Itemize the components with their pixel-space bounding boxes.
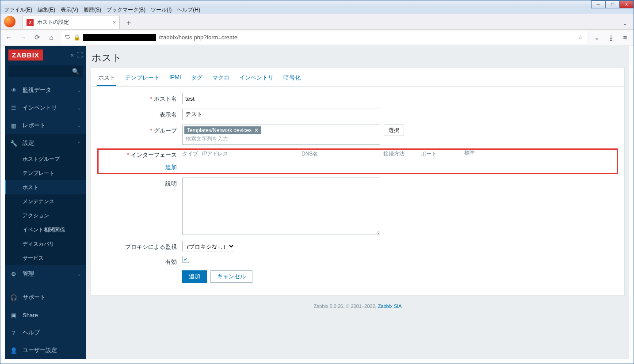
label-enabled: 有効 (98, 256, 182, 266)
subnav-maintenance[interactable]: メンテナンス (5, 194, 86, 209)
lock-crossed-icon: 🔒 (73, 34, 80, 41)
subnav-templates[interactable]: テンプレート (5, 166, 86, 180)
subnav-discovery[interactable]: ディスカバリ (5, 237, 86, 251)
nav-help-label: ヘルプ (23, 329, 40, 337)
cancel-button[interactable]: キャンセル (210, 270, 252, 283)
tab-encryption[interactable]: 暗号化 (283, 71, 302, 86)
menu-tools[interactable]: ツール(I) (151, 6, 172, 14)
nav-home-icon[interactable]: ⌂ (47, 34, 55, 41)
os-menubar: ファイル(E) 編集(E) 表示(V) 履歴(S) ブックマーク(B) ツール(… (0, 6, 634, 14)
group-tag-label: Templates/Network devices (187, 127, 252, 133)
nav-reports-label: レポート (23, 121, 46, 129)
page-title: ホスト (86, 46, 629, 67)
visiblename-input[interactable] (182, 109, 380, 120)
nav-help[interactable]: ? ヘルプ (5, 324, 86, 341)
label-proxy: プロキシによる監視 (98, 241, 182, 251)
url-path: /zabbix/hosts.php?form=create (159, 34, 237, 41)
sidebar-search[interactable]: 🔍 (8, 65, 83, 77)
chevron-down-icon: ⌄ (77, 123, 81, 128)
iface-header-dns: DNS名 (302, 150, 383, 158)
tabs-dropdown-icon[interactable]: ⌄ (623, 20, 627, 27)
menu-history[interactable]: 履歴(S) (84, 6, 101, 14)
menu-bookmarks[interactable]: ブックマーク(B) (107, 6, 145, 14)
sidebar-collapse-icon[interactable]: « (70, 51, 74, 58)
menu-edit[interactable]: 編集(E) (38, 6, 55, 14)
label-description: 説明 (98, 178, 182, 188)
nav-admin[interactable]: ⚙ 管理 ⌄ (5, 265, 86, 283)
download-icon[interactable]: ⭳ (607, 34, 615, 41)
chevron-down-icon: ⌄ (77, 88, 81, 93)
form-tabs: ホスト テンプレート IPMI タグ マクロ インベントリ 暗号化 (91, 68, 624, 87)
gear-icon: ⚙ (10, 271, 17, 277)
user-icon: 👤 (10, 347, 17, 354)
subnav-actions[interactable]: アクション (5, 209, 86, 223)
bookmark-star-icon[interactable]: ☆ (578, 34, 583, 41)
interface-headers: タイプ IPアドレス DNS名 接続方法 ポート 標準 (182, 150, 617, 158)
window-close[interactable]: X (619, 0, 634, 8)
nav-monitoring[interactable]: 👁 監視データ ⌄ (5, 81, 86, 99)
tab-title: ホストの設定 (37, 19, 69, 26)
submit-button[interactable]: 追加 (182, 270, 207, 283)
tab-ipmi[interactable]: IPMI (168, 71, 182, 86)
browser-tab[interactable]: Z ホストの設定 × (23, 15, 120, 29)
menu-help[interactable]: ヘルプ(H) (177, 6, 200, 14)
nav-config[interactable]: 🔧 設定 ⌃ (5, 134, 86, 152)
group-tag: Templates/Network devices ✕ (184, 126, 261, 134)
footer-link[interactable]: Zabbix SIA (378, 303, 402, 309)
iface-header-type: タイプ (182, 150, 202, 158)
nav-inventory-label: インベントリ (23, 104, 57, 112)
enabled-checkbox[interactable]: ✓ (182, 256, 189, 263)
tab-macros[interactable]: マクロ (211, 71, 230, 86)
subnav-hostgroups[interactable]: ホストグループ (5, 152, 86, 166)
groups-placeholder: 検索文字列を入力 (184, 134, 378, 144)
sidebar: ZABBIX « ⛶ 🔍 👁 監視データ ⌄ ☰ インベントリ ⌄ ▥ (5, 46, 86, 359)
eye-icon: 👁 (10, 87, 17, 94)
nav-user-label: ユーザー設定 (23, 346, 57, 354)
hostname-input[interactable] (182, 93, 380, 104)
search-icon: 🔍 (72, 68, 79, 75)
headset-icon: 🎧 (10, 294, 17, 301)
tab-host[interactable]: ホスト (97, 71, 116, 86)
window-maximize[interactable]: ☐ (605, 0, 619, 8)
menu-view[interactable]: 表示(V) (61, 6, 78, 14)
nav-inventory[interactable]: ☰ インベントリ ⌄ (5, 99, 86, 117)
groups-multiselect[interactable]: Templates/Network devices ✕ 検索文字列を入力 (182, 125, 380, 145)
group-select-button[interactable]: 選択 (384, 125, 404, 136)
nav-support[interactable]: 🎧 サポート (5, 288, 86, 306)
remove-tag-icon[interactable]: ✕ (254, 127, 259, 133)
description-input[interactable] (182, 178, 380, 235)
add-interface-link[interactable]: 追加 (165, 162, 177, 171)
app-menu-icon[interactable]: ≡ (621, 34, 629, 41)
zabbix-favicon: Z (27, 19, 34, 26)
footer-text: Zabbix 5.0.26. © 2001–2022, (314, 303, 378, 309)
list-icon: ☰ (10, 105, 17, 111)
nav-back-icon[interactable]: ← (5, 34, 13, 41)
iface-header-port: ポート (421, 150, 463, 158)
zabbix-logo[interactable]: ZABBIX (8, 49, 43, 61)
tab-tags[interactable]: タグ (190, 71, 203, 86)
shield-icon: 🛡 (65, 34, 71, 41)
new-tab-button[interactable]: + (122, 17, 135, 29)
tab-close-icon[interactable]: × (113, 19, 116, 26)
label-interfaces: インターフェース 追加 (98, 150, 182, 171)
pocket-icon[interactable]: ⌄ (593, 34, 601, 42)
window-minimize[interactable]: ─ (591, 0, 605, 8)
iface-header-ip: IPアドレス (202, 150, 302, 158)
nav-user[interactable]: 👤 ユーザー設定 (5, 341, 86, 359)
proxy-select[interactable]: (プロキシなし) (182, 241, 235, 251)
chart-icon: ▥ (10, 122, 17, 129)
menu-file[interactable]: ファイル(E) (4, 6, 32, 14)
sidebar-expand-icon[interactable]: ⛶ (76, 51, 83, 58)
subnav-hosts[interactable]: ホスト (5, 180, 86, 194)
tab-inventory[interactable]: インベントリ (238, 71, 275, 86)
tab-templates[interactable]: テンプレート (124, 71, 160, 86)
footer: Zabbix 5.0.26. © 2001–2022, Zabbix SIA (86, 300, 629, 311)
subnav-services[interactable]: サービス (5, 251, 86, 265)
nav-share[interactable]: ▣ Share (5, 306, 86, 324)
nav-reports[interactable]: ▥ レポート ⌄ (5, 117, 86, 134)
subnav-correlation[interactable]: イベント相関関係 (5, 223, 86, 237)
nav-reload-icon[interactable]: ⟳ (33, 34, 41, 42)
url-host-redacted (83, 34, 156, 41)
url-bar[interactable]: 🛡 🔒 /zabbix/hosts.php?form=create ☆ (61, 31, 587, 44)
nav-forward-icon[interactable]: → (19, 34, 27, 41)
